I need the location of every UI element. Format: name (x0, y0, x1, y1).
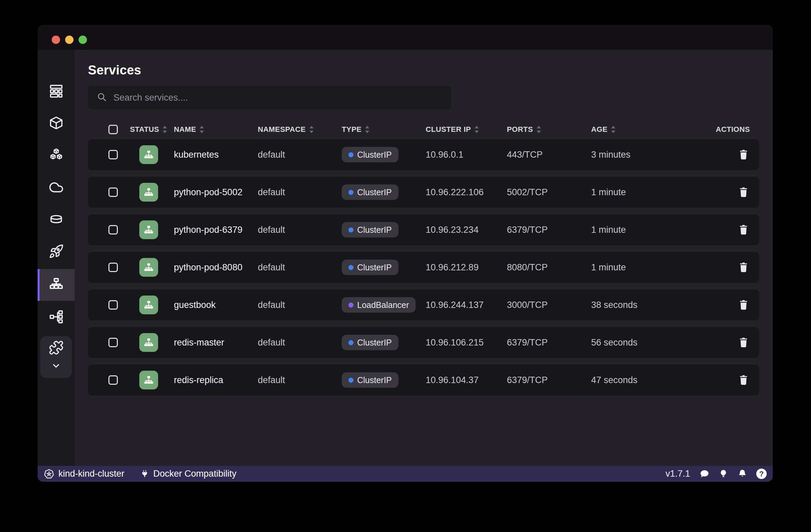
service-cluster-ip: 10.96.23.234 (426, 225, 507, 235)
service-sitemap-icon (139, 371, 158, 389)
help-icon[interactable]: ? (756, 469, 767, 479)
type-badge: ClusterIP (342, 185, 398, 200)
type-dot (349, 190, 353, 195)
row-checkbox[interactable] (108, 375, 118, 385)
delete-button[interactable] (737, 223, 750, 237)
table-body: kubernetes default ClusterIP 10.96.0.1 4… (88, 139, 759, 402)
service-namespace: default (258, 262, 342, 273)
type-dot (349, 152, 353, 157)
sidebar-item-cloud[interactable] (37, 172, 75, 204)
workflow-icon (49, 309, 64, 326)
service-age: 1 minute (591, 225, 679, 235)
row-checkbox[interactable] (108, 338, 118, 347)
service-cluster-ip: 10.96.222.106 (426, 187, 507, 198)
bell-icon[interactable] (737, 469, 748, 479)
column-header[interactable]: CLUSTER IP (426, 125, 507, 134)
table-row[interactable]: python-pod-8080 default ClusterIP 10.96.… (88, 252, 759, 283)
service-name: redis-master (174, 338, 258, 348)
service-age: 56 seconds (591, 338, 679, 348)
column-header[interactable]: STATUS (130, 125, 174, 134)
type-dot (349, 228, 353, 233)
sidebar-extensions-group (40, 336, 72, 378)
table-row[interactable]: redis-replica default ClusterIP 10.96.10… (88, 365, 759, 395)
page-title: Services (88, 63, 141, 78)
delete-button[interactable] (737, 147, 750, 162)
column-header[interactable]: AGE (591, 125, 679, 134)
delete-button[interactable] (737, 335, 750, 349)
type-badge: LoadBalancer (342, 297, 416, 313)
row-checkbox[interactable] (108, 188, 118, 197)
main-content: Services STATUS NAME NAMESPACE TYPE CLUS… (75, 50, 773, 466)
type-badge: ClusterIP (342, 260, 398, 275)
row-checkbox[interactable] (108, 263, 118, 272)
table-row[interactable]: guestbook default LoadBalancer 10.96.244… (88, 290, 759, 320)
sidebar-item-services[interactable] (37, 269, 75, 301)
sidebar (37, 50, 75, 466)
service-name: guestbook (174, 300, 258, 310)
sidebar-item-workloads[interactable] (37, 140, 75, 171)
trash-icon (738, 299, 749, 311)
column-header[interactable]: NAME (174, 125, 258, 134)
table-row[interactable]: redis-master default ClusterIP 10.96.106… (88, 327, 759, 358)
sidebar-item-network[interactable] (37, 301, 75, 333)
service-sitemap-icon (139, 258, 158, 277)
select-all-checkbox[interactable] (108, 125, 118, 134)
service-ports: 3000/TCP (507, 300, 591, 310)
delete-button[interactable] (737, 298, 750, 312)
delete-button[interactable] (737, 373, 750, 387)
service-ports: 443/TCP (507, 150, 591, 160)
type-badge: ClusterIP (342, 147, 398, 162)
cluster-selector[interactable]: kind-kind-cluster (44, 469, 124, 479)
mode-label: Docker Compatibility (153, 469, 236, 479)
lightbulb-icon[interactable] (718, 469, 729, 479)
column-header[interactable]: PORTS (507, 125, 591, 134)
trash-icon (738, 187, 749, 198)
service-namespace: default (258, 187, 342, 198)
chat-bubble-icon[interactable] (699, 469, 709, 479)
sidebar-item-dashboard[interactable] (37, 76, 75, 108)
search-input[interactable] (113, 93, 452, 103)
minimize-button[interactable] (65, 35, 74, 44)
service-ports: 6379/TCP (507, 338, 591, 348)
sort-icon (199, 125, 204, 134)
trash-icon (738, 149, 749, 160)
trash-icon (738, 337, 749, 348)
row-checkbox[interactable] (108, 150, 118, 159)
table-row[interactable]: python-pod-5002 default ClusterIP 10.96.… (88, 177, 759, 208)
service-age: 3 minutes (591, 150, 679, 160)
database-icon (49, 212, 64, 228)
service-name: python-pod-8080 (174, 262, 258, 273)
sidebar-item-storage[interactable] (37, 204, 75, 236)
column-header[interactable]: ACTIONS (679, 125, 750, 134)
service-age: 47 seconds (591, 375, 679, 386)
statusbar: kind-kind-cluster Docker Compatibility v… (37, 466, 773, 482)
close-button[interactable] (52, 35, 60, 44)
table-row[interactable]: kubernetes default ClusterIP 10.96.0.1 4… (88, 139, 759, 170)
rocket-icon (49, 244, 64, 260)
service-namespace: default (258, 150, 342, 160)
sidebar-item-more[interactable] (40, 357, 72, 376)
service-sitemap-icon (139, 145, 158, 164)
table-row[interactable]: python-pod-6379 default ClusterIP 10.96.… (88, 214, 759, 245)
service-name: kubernetes (174, 150, 258, 160)
sort-icon (474, 125, 479, 134)
delete-button[interactable] (737, 185, 750, 199)
service-cluster-ip: 10.96.0.1 (426, 150, 507, 160)
type-badge: ClusterIP (342, 222, 398, 237)
row-checkbox[interactable] (108, 300, 118, 310)
zoom-button[interactable] (79, 35, 87, 44)
column-header[interactable]: TYPE (342, 125, 426, 134)
sidebar-item-deploy[interactable] (37, 236, 75, 268)
service-ports: 5002/TCP (507, 187, 591, 198)
docker-compatibility-toggle[interactable]: Docker Compatibility (140, 469, 236, 479)
service-name: python-pod-6379 (174, 225, 258, 235)
app-window: Services STATUS NAME NAMESPACE TYPE CLUS… (37, 25, 773, 482)
row-checkbox[interactable] (108, 225, 118, 234)
delete-button[interactable] (737, 260, 750, 275)
trash-icon (738, 262, 749, 273)
sort-icon (309, 125, 314, 134)
column-header[interactable]: NAMESPACE (258, 125, 342, 134)
service-namespace: default (258, 300, 342, 310)
sidebar-item-pods[interactable] (37, 108, 75, 140)
service-cluster-ip: 10.96.106.215 (426, 338, 507, 348)
